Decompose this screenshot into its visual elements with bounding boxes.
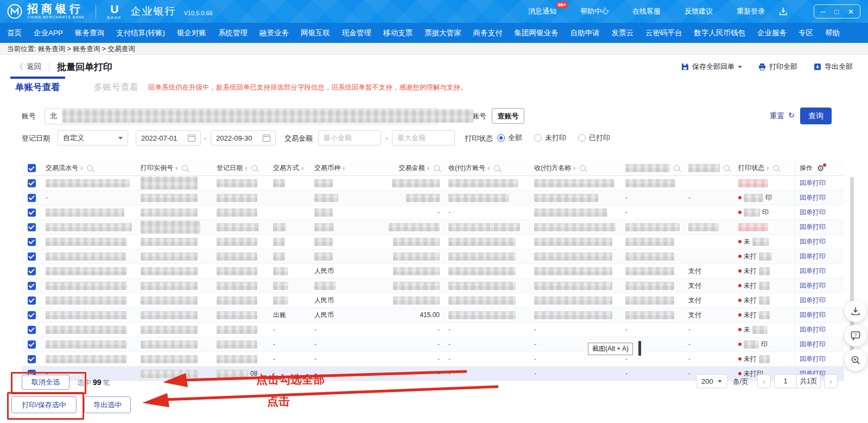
prev-page-button[interactable]: ‹	[757, 374, 771, 388]
nav-item[interactable]: 银企对账	[177, 28, 206, 38]
receipt-print-link[interactable]: 回单打印	[800, 296, 826, 305]
search-icon[interactable]	[87, 165, 93, 171]
close-icon[interactable]: ✕	[848, 8, 854, 15]
search-icon[interactable]	[182, 165, 188, 171]
receipt-print-link[interactable]: 回单打印	[800, 325, 826, 334]
receipt-print-link[interactable]: 回单打印	[800, 179, 826, 188]
topbar-link[interactable]: 重新登录	[737, 7, 765, 16]
maximize-icon[interactable]: □	[834, 8, 839, 15]
sort-icon[interactable]: ▲▼	[573, 166, 576, 170]
print-all-button[interactable]: 打印全部	[758, 62, 797, 72]
nav-item[interactable]: 支付结算(转账)	[116, 28, 165, 38]
sort-icon[interactable]: ▲▼	[427, 166, 430, 170]
receipt-print-link[interactable]: 回单打印	[800, 223, 826, 232]
sort-icon[interactable]: ▲▼	[244, 166, 248, 170]
export-all-button[interactable]: 导出全部	[814, 62, 853, 72]
row-checkbox[interactable]	[28, 179, 36, 187]
sort-icon[interactable]: ▲▼	[766, 166, 769, 170]
receipt-print-link[interactable]: 回单打印	[800, 340, 826, 349]
row-checkbox[interactable]	[28, 340, 36, 349]
row-checkbox[interactable]	[28, 223, 36, 231]
current-page-input[interactable]: 1	[775, 377, 796, 385]
row-checkbox[interactable]	[28, 311, 36, 319]
back-chevron-icon[interactable]: 〈	[15, 62, 23, 72]
tab-multi-account[interactable]: 多账号查看	[94, 81, 139, 93]
print-status-option[interactable]: 全部	[497, 133, 522, 143]
row-checkbox[interactable]	[28, 267, 36, 275]
page-size-select[interactable]: 200	[696, 374, 727, 388]
print-status-option[interactable]: 未打印	[534, 133, 566, 143]
nav-item[interactable]: 系统管理	[218, 28, 248, 38]
nav-item[interactable]: 移动支票	[383, 28, 413, 38]
nav-item[interactable]: 商务支付	[473, 28, 503, 38]
back-button[interactable]: 返回	[27, 62, 41, 72]
row-checkbox[interactable]	[28, 326, 36, 334]
export-selected-button[interactable]: 导出选中	[84, 396, 131, 413]
nav-item[interactable]: 企业APP	[34, 28, 63, 38]
nav-item[interactable]: 企业服务	[757, 28, 787, 38]
search-icon[interactable]	[724, 165, 730, 171]
date-from-input[interactable]: 2022-07-01	[136, 130, 201, 146]
receipt-print-link[interactable]: 回单打印	[800, 208, 826, 217]
row-checkbox[interactable]	[28, 194, 36, 202]
amount-min-input[interactable]: 最小金额	[318, 130, 381, 146]
row-checkbox[interactable]	[28, 355, 36, 363]
topbar-link[interactable]: 反馈建议	[685, 7, 713, 16]
print-status-option[interactable]: 已打印	[578, 133, 610, 143]
sort-icon[interactable]: ▲▼	[487, 166, 490, 170]
date-preset-select[interactable]: 自定义	[58, 130, 128, 146]
row-checkbox[interactable]	[28, 209, 36, 217]
sort-icon[interactable]: ▲▼	[342, 166, 345, 170]
receipt-print-link[interactable]: 回单打印	[800, 281, 826, 291]
check-account-button[interactable]: 查账号	[492, 108, 524, 124]
nav-item[interactable]: 云密码平台	[645, 28, 682, 38]
save-page-icon[interactable]	[779, 7, 788, 16]
topbar-link[interactable]: 帮助中心	[580, 7, 609, 16]
nav-item[interactable]: 自助申请	[571, 28, 600, 38]
tab-single-account[interactable]: 单账号查看	[15, 81, 60, 93]
nav-item[interactable]: 专区	[799, 28, 813, 38]
nav-item[interactable]: 账务查询	[75, 28, 104, 38]
row-checkbox[interactable]	[28, 238, 36, 246]
nav-item[interactable]: 发票云	[612, 28, 634, 38]
search-icon[interactable]	[773, 165, 779, 171]
select-all-checkbox[interactable]	[28, 164, 36, 172]
search-icon[interactable]	[494, 165, 500, 171]
minimize-icon[interactable]: ─	[820, 8, 825, 15]
sort-icon[interactable]: ▲▼	[175, 166, 178, 170]
next-page-button[interactable]: ›	[824, 374, 838, 388]
topbar-link[interactable]: 消息通知99+	[528, 7, 556, 16]
receipt-print-link[interactable]: 回单打印	[800, 193, 826, 203]
search-icon[interactable]	[674, 165, 680, 171]
topbar-link[interactable]: 在线客服	[632, 7, 661, 16]
nav-item[interactable]: 集团网银业务	[515, 28, 559, 38]
receipt-print-link[interactable]: 回单打印	[800, 237, 826, 247]
column-settings-icon[interactable]: ⚙	[817, 164, 824, 172]
sort-icon[interactable]: ▲▼	[80, 166, 83, 170]
search-icon[interactable]	[434, 165, 440, 171]
search-icon[interactable]	[251, 165, 257, 171]
receipt-print-link[interactable]: 回单打印	[800, 311, 826, 320]
save-all-receipts-button[interactable]: 保存全部回单	[681, 62, 742, 72]
query-button[interactable]: 查询	[800, 108, 832, 124]
search-icon[interactable]	[580, 165, 586, 171]
amount-max-input[interactable]: 最大金额	[392, 130, 455, 146]
reset-button[interactable]: 重置	[770, 111, 784, 121]
nav-item[interactable]: 融资业务	[259, 28, 289, 38]
nav-item[interactable]: 首页	[7, 28, 22, 38]
float-zoom-button[interactable]	[845, 349, 866, 371]
nav-item[interactable]: 数字人民币钱包	[694, 28, 746, 38]
row-checkbox[interactable]	[28, 296, 36, 305]
row-checkbox[interactable]	[28, 252, 36, 261]
nav-item[interactable]: 网银互联	[301, 28, 330, 38]
print-save-selected-button[interactable]: 打印/保存选中	[11, 396, 77, 413]
float-download-button[interactable]	[845, 300, 866, 322]
refresh-icon[interactable]: ↻	[788, 111, 795, 119]
receipt-print-link[interactable]: 回单打印	[800, 355, 826, 364]
date-to-input[interactable]: 2022-09-30	[211, 130, 276, 146]
receipt-print-link[interactable]: 回单打印	[800, 252, 826, 261]
nav-item[interactable]: 帮助	[825, 28, 840, 38]
nav-item[interactable]: 票据大管家	[425, 28, 461, 38]
row-checkbox[interactable]	[28, 282, 36, 290]
nav-item[interactable]: 现金管理	[342, 28, 371, 38]
